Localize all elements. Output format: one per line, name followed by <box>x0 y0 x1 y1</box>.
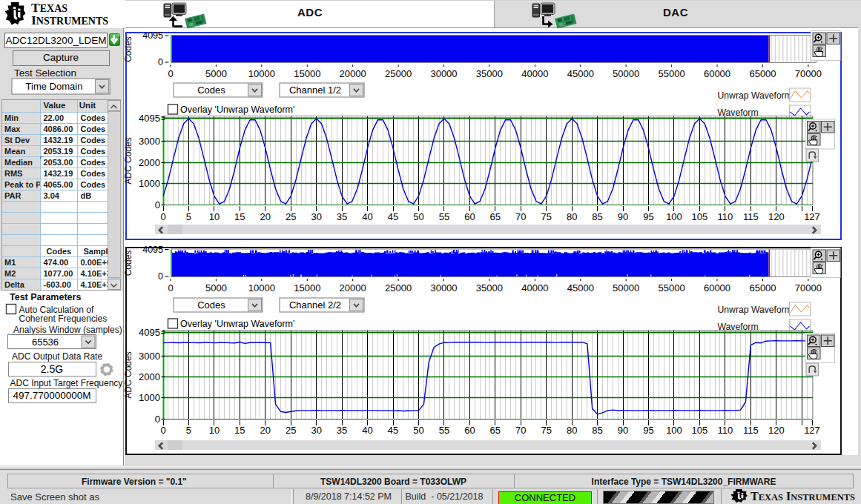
svg-text:40: 40 <box>362 425 372 436</box>
svg-text:95: 95 <box>643 425 653 436</box>
svg-text:10: 10 <box>209 211 220 222</box>
svg-text:105: 105 <box>692 425 708 436</box>
svg-text:0: 0 <box>158 271 163 282</box>
svg-text:Channel 2/2: Channel 2/2 <box>289 299 341 311</box>
svg-text:50: 50 <box>413 211 423 222</box>
svg-text:55: 55 <box>439 425 449 436</box>
svg-text:2000: 2000 <box>139 157 160 168</box>
svg-text:70: 70 <box>515 211 526 222</box>
svg-text:70000: 70000 <box>795 282 822 294</box>
svg-text:75: 75 <box>541 425 551 436</box>
svg-text:25000: 25000 <box>385 282 412 294</box>
svg-text:0: 0 <box>160 425 165 436</box>
svg-text:0: 0 <box>158 57 163 67</box>
svg-text:15: 15 <box>234 425 245 436</box>
svg-text:115: 115 <box>743 211 759 222</box>
svg-text:55: 55 <box>439 211 449 222</box>
svg-text:4095: 4095 <box>142 30 163 41</box>
svg-text:80: 80 <box>567 425 577 436</box>
svg-text:45000: 45000 <box>567 282 594 294</box>
svg-text:0: 0 <box>168 68 173 79</box>
svg-text:0: 0 <box>155 199 160 210</box>
svg-text:2000: 2000 <box>139 371 160 382</box>
svg-text:50000: 50000 <box>613 68 639 79</box>
svg-text:50: 50 <box>413 425 423 436</box>
svg-text:55000: 55000 <box>659 282 685 294</box>
svg-text:Codes: Codes <box>123 251 133 276</box>
svg-text:3000: 3000 <box>139 351 160 362</box>
svg-text:40000: 40000 <box>521 282 548 294</box>
svg-text:45: 45 <box>388 211 398 222</box>
svg-text:ADC Codes: ADC Codes <box>123 137 133 184</box>
svg-text:35000: 35000 <box>476 282 503 294</box>
svg-text:15: 15 <box>234 211 245 222</box>
svg-text:105: 105 <box>692 211 708 222</box>
svg-text:95: 95 <box>643 211 653 222</box>
svg-text:75: 75 <box>541 211 551 222</box>
svg-text:10000: 10000 <box>248 68 275 79</box>
svg-text:90: 90 <box>618 425 628 436</box>
svg-text:50000: 50000 <box>613 282 639 294</box>
svg-text:Codes: Codes <box>197 84 225 96</box>
svg-text:40: 40 <box>362 211 372 222</box>
svg-text:115: 115 <box>743 425 759 436</box>
svg-text:1000: 1000 <box>139 392 160 403</box>
svg-text:20: 20 <box>260 425 271 436</box>
svg-text:65: 65 <box>490 211 501 222</box>
svg-text:20: 20 <box>260 211 271 222</box>
svg-text:10: 10 <box>209 425 220 436</box>
svg-text:60000: 60000 <box>704 68 730 79</box>
svg-text:127: 127 <box>804 425 820 436</box>
svg-text:Overlay 'Unwrap Waveform': Overlay 'Unwrap Waveform' <box>180 105 294 115</box>
svg-text:3000: 3000 <box>139 136 160 147</box>
svg-text:65: 65 <box>490 425 501 436</box>
svg-text:30000: 30000 <box>430 282 457 294</box>
svg-text:65000: 65000 <box>749 282 776 294</box>
svg-text:25: 25 <box>286 425 296 436</box>
svg-text:4095: 4095 <box>139 113 160 124</box>
svg-text:35000: 35000 <box>476 68 503 79</box>
svg-text:1000: 1000 <box>139 178 160 189</box>
svg-text:55000: 55000 <box>659 68 685 79</box>
svg-text:120: 120 <box>768 211 785 222</box>
svg-text:4095: 4095 <box>142 245 163 255</box>
svg-text:5: 5 <box>186 211 191 222</box>
svg-text:5: 5 <box>186 425 191 436</box>
svg-text:Overlay 'Unwrap Waveform': Overlay 'Unwrap Waveform' <box>180 319 294 329</box>
svg-text:4095: 4095 <box>139 327 160 338</box>
svg-text:60000: 60000 <box>704 282 730 294</box>
svg-text:65000: 65000 <box>749 68 776 79</box>
svg-text:110: 110 <box>718 425 733 436</box>
svg-text:0: 0 <box>155 414 160 425</box>
svg-text:90: 90 <box>618 211 628 222</box>
svg-text:80: 80 <box>567 211 577 222</box>
svg-text:60: 60 <box>464 425 475 436</box>
svg-text:100: 100 <box>666 425 682 436</box>
svg-text:65536: 65536 <box>32 336 59 348</box>
svg-text:0: 0 <box>168 282 173 294</box>
svg-text:127: 127 <box>804 211 820 222</box>
svg-text:35: 35 <box>337 211 347 222</box>
svg-text:Unwrap Waveform: Unwrap Waveform <box>718 305 792 315</box>
svg-text:10000: 10000 <box>248 282 275 294</box>
svg-text:20000: 20000 <box>340 68 366 79</box>
svg-text:15000: 15000 <box>294 282 320 294</box>
svg-text:40000: 40000 <box>521 68 548 79</box>
svg-text:5000: 5000 <box>205 68 227 79</box>
svg-text:60: 60 <box>464 211 475 222</box>
svg-text:45000: 45000 <box>567 68 594 79</box>
svg-text:25: 25 <box>286 211 296 222</box>
svg-text:85: 85 <box>592 425 602 436</box>
svg-text:85: 85 <box>592 211 602 222</box>
svg-text:Codes: Codes <box>197 299 225 311</box>
svg-text:Codes: Codes <box>123 36 133 62</box>
svg-text:30: 30 <box>311 425 321 436</box>
svg-text:15000: 15000 <box>294 68 320 79</box>
svg-text:5000: 5000 <box>205 282 227 294</box>
svg-text:ADC Codes: ADC Codes <box>123 351 133 398</box>
svg-text:Unwrap Waveform: Unwrap Waveform <box>718 90 792 101</box>
svg-text:Channel 1/2: Channel 1/2 <box>289 84 341 96</box>
svg-text:0: 0 <box>160 211 165 222</box>
svg-text:45: 45 <box>388 425 398 436</box>
svg-text:70000: 70000 <box>795 68 822 79</box>
